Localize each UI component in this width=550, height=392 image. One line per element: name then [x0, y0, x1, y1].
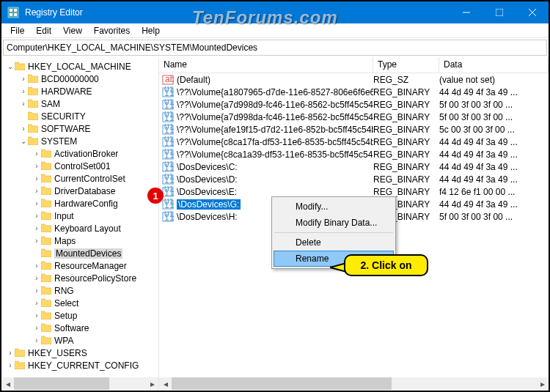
tree-item[interactable]: ›WPA	[1, 334, 158, 347]
value-row[interactable]: 011110\??\Volume{a7d998d9-fc46-11e6-8562…	[159, 98, 549, 111]
folder-icon	[28, 99, 40, 109]
tree-item[interactable]: ›Software	[1, 322, 158, 334]
twisty-icon[interactable]: ›	[32, 237, 41, 245]
svg-text:110: 110	[164, 212, 174, 223]
tree-item[interactable]: ›SAM	[1, 97, 158, 110]
tree-item[interactable]: ›HardwareConfig	[1, 197, 158, 210]
folder-icon	[28, 136, 40, 147]
tree-item[interactable]: MountedDevices	[1, 247, 158, 259]
tree-item[interactable]: ›Select	[1, 297, 158, 309]
tree-item[interactable]: ›Keyboard Layout	[1, 222, 158, 234]
tree-item[interactable]: ⌄SYSTEM	[1, 135, 158, 147]
menu-view[interactable]: View	[57, 26, 88, 36]
value-row[interactable]: 011110\??\Volume{a7d998da-fc46-11e6-8562…	[159, 111, 549, 123]
twisty-icon[interactable]: ›	[32, 187, 41, 195]
value-data: (value not set)	[439, 75, 549, 85]
menu-item-modify-binary-data[interactable]: Modify Binary Data...	[274, 215, 394, 231]
folder-icon	[41, 149, 53, 159]
value-row[interactable]: 011110\??\Volume{c8ca17fa-df53-11e6-8535…	[159, 136, 549, 148]
twisty-icon[interactable]: ›	[6, 361, 15, 369]
tree-item[interactable]: ›ResourceManager	[1, 259, 158, 272]
twisty-icon[interactable]: ⌄	[6, 62, 15, 70]
value-row[interactable]: 011110\DosDevices\C:REG_BINARY44 4d 49 4…	[159, 160, 549, 173]
binary-value-icon: 011110	[162, 161, 174, 173]
menu-favorites[interactable]: Favorites	[88, 26, 136, 36]
twisty-icon[interactable]: ›	[19, 75, 28, 83]
scroll-thumb[interactable]	[172, 377, 392, 390]
tree-item[interactable]: SECURITY	[1, 110, 158, 122]
maximize-button[interactable]	[483, 1, 516, 23]
tree-panel[interactable]: ⌄HKEY_LOCAL_MACHINE›BCD00000000›HARDWARE…	[1, 57, 159, 390]
twisty-icon[interactable]: ›	[32, 174, 41, 182]
twisty-icon[interactable]: ›	[32, 311, 41, 319]
scroll-left-icon[interactable]: ◂	[1, 377, 14, 390]
titlebar[interactable]: Registry Editor	[1, 1, 549, 23]
twisty-icon[interactable]: ›	[19, 125, 28, 133]
address-bar[interactable]: Computer\HKEY_LOCAL_MACHINE\SYSTEM\Mount…	[3, 40, 547, 56]
twisty-icon[interactable]: ›	[32, 324, 41, 332]
column-name[interactable]: Name	[159, 57, 373, 73]
tree-item[interactable]: ›Maps	[1, 234, 158, 247]
twisty-icon[interactable]: ›	[19, 100, 28, 108]
value-row[interactable]: ab(Default)REG_SZ(value not set)	[159, 73, 549, 86]
binary-value-icon: 011110	[162, 136, 174, 148]
tree-label: SAM	[41, 99, 60, 109]
tree-item[interactable]: ›HKEY_CURRENT_CONFIG	[1, 359, 158, 371]
registry-editor-window: Registry Editor FileEditViewFavoritesHel…	[1, 1, 549, 391]
tree-item[interactable]: ›DriverDatabase	[1, 185, 158, 197]
tree-item[interactable]: ›ActivationBroker	[1, 147, 158, 160]
twisty-icon[interactable]: ⌄	[19, 137, 28, 145]
tree-horizontal-scrollbar[interactable]: ◂ ▸	[1, 377, 158, 390]
twisty-icon[interactable]: ›	[32, 199, 41, 207]
tree-item[interactable]: ›SOFTWARE	[1, 122, 158, 135]
tree-item[interactable]: ›BCD00000000	[1, 73, 158, 85]
twisty-icon[interactable]: ›	[32, 262, 41, 270]
menu-help[interactable]: Help	[136, 26, 166, 36]
twisty-icon[interactable]: ›	[32, 162, 41, 170]
twisty-icon[interactable]: ›	[32, 212, 41, 220]
binary-value-icon: 011110	[162, 199, 174, 210]
value-row[interactable]: 011110\??\Volume{afe19f15-d7d2-11e6-852b…	[159, 123, 549, 136]
column-data[interactable]: Data	[439, 57, 549, 73]
close-button[interactable]	[516, 1, 549, 23]
folder-icon	[41, 298, 53, 308]
twisty-icon[interactable]: ›	[6, 349, 15, 357]
list-horizontal-scrollbar[interactable]: ◂ ▸	[159, 377, 549, 390]
tree-item[interactable]: ›ResourcePolicyStore	[1, 272, 158, 284]
tree-item[interactable]: ⌄HKEY_LOCAL_MACHINE	[1, 60, 158, 73]
twisty-icon[interactable]: ›	[32, 274, 41, 282]
scroll-right-icon[interactable]: ▸	[536, 377, 549, 390]
tree-item[interactable]: ›CurrentControlSet	[1, 172, 158, 185]
minimize-button[interactable]	[450, 1, 483, 23]
svg-text:110: 110	[164, 100, 174, 111]
twisty-icon[interactable]: ›	[32, 336, 41, 344]
twisty-icon[interactable]: ›	[32, 224, 41, 232]
tree-item[interactable]: ›ControlSet001	[1, 160, 158, 172]
tree-item[interactable]: ›HKEY_USERS	[1, 347, 158, 359]
tree-item[interactable]: ›RNG	[1, 284, 158, 297]
twisty-icon[interactable]: ›	[32, 149, 41, 158]
folder-icon	[41, 286, 53, 296]
tree-label: HardwareConfig	[54, 199, 118, 209]
tree-label: Input	[54, 211, 74, 221]
scroll-thumb[interactable]	[14, 377, 109, 390]
menu-edit[interactable]: Edit	[30, 26, 57, 36]
value-row[interactable]: 011110\??\Volume{c8ca1a39-df53-11e6-8535…	[159, 148, 549, 160]
menu-item-modify[interactable]: Modify...	[274, 199, 394, 215]
twisty-icon[interactable]: ›	[32, 286, 41, 295]
menu-file[interactable]: File	[4, 26, 30, 36]
folder-icon	[28, 86, 40, 97]
list-header[interactable]: Name Type Data	[159, 57, 549, 73]
twisty-icon[interactable]: ›	[32, 299, 41, 307]
menubar: FileEditViewFavoritesHelp	[1, 23, 549, 38]
tree-item[interactable]: ›Input	[1, 210, 158, 222]
tree-item[interactable]: ›HARDWARE	[1, 85, 158, 97]
menu-item-delete[interactable]: Delete	[274, 234, 394, 251]
tree-item[interactable]: ›Setup	[1, 309, 158, 322]
scroll-left-icon[interactable]: ◂	[159, 377, 172, 390]
value-row[interactable]: 011110\??\Volume{a1807965-d7de-11e6-8527…	[159, 86, 549, 98]
value-row[interactable]: 011110\DosDevices\D:REG_BINARY44 4d 49 4…	[159, 173, 549, 185]
twisty-icon[interactable]: ›	[19, 87, 28, 95]
scroll-right-icon[interactable]: ▸	[146, 377, 158, 390]
column-type[interactable]: Type	[373, 57, 439, 73]
